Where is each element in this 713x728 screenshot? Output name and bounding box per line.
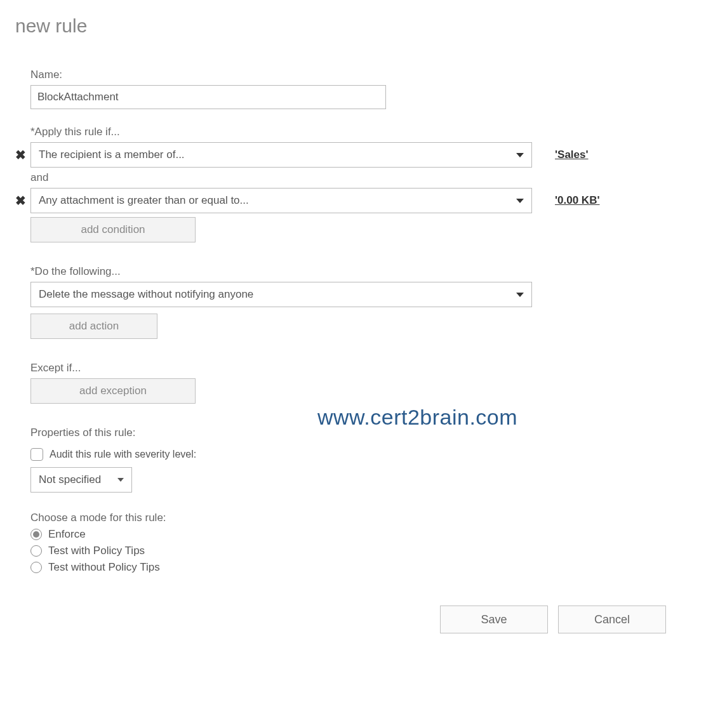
radio-enforce[interactable] (30, 529, 42, 540)
audit-label: Audit this rule with severity level: (50, 449, 196, 460)
except-label: Except if... (30, 362, 698, 374)
apply-label: *Apply this rule if... (30, 126, 698, 138)
and-text: and (30, 171, 698, 184)
condition-row: ✖ Any attachment is greater than or equa… (30, 188, 698, 213)
remove-condition-icon[interactable]: ✖ (15, 147, 30, 162)
action-text: Delete the message without notifying any… (39, 288, 253, 301)
mode-option-label: Test with Policy Tips (48, 545, 145, 557)
chevron-down-icon (516, 293, 524, 297)
condition-dropdown[interactable]: The recipient is a member of... (30, 142, 532, 168)
save-button[interactable]: Save (440, 606, 548, 633)
except-section: Except if... add exception (30, 362, 698, 404)
name-label: Name: (30, 69, 698, 81)
radio-test-no-tips[interactable] (30, 562, 42, 573)
chevron-down-icon (516, 199, 524, 203)
properties-section: Properties of this rule: Audit this rule… (30, 427, 698, 493)
audit-row: Audit this rule with severity level: (30, 448, 698, 461)
condition-dropdown[interactable]: Any attachment is greater than or equal … (30, 188, 532, 213)
properties-label: Properties of this rule: (30, 427, 698, 439)
apply-section: *Apply this rule if... ✖ The recipient i… (30, 126, 698, 242)
name-section: Name: (30, 69, 698, 109)
chevron-down-icon (516, 153, 524, 157)
page-title: new rule (15, 15, 698, 37)
mode-section: Choose a mode for this rule: Enforce Tes… (30, 512, 698, 574)
do-label: *Do the following... (30, 265, 698, 278)
condition-text: Any attachment is greater than or equal … (39, 194, 249, 207)
action-section: *Do the following... Delete the message … (30, 265, 698, 339)
audit-checkbox[interactable] (30, 448, 43, 461)
add-condition-button[interactable]: add condition (30, 217, 196, 242)
severity-dropdown[interactable]: Not specified (30, 467, 132, 493)
mode-label: Choose a mode for this rule: (30, 512, 698, 524)
severity-text: Not specified (39, 473, 101, 486)
condition-value-link[interactable]: 'Sales' (555, 149, 589, 161)
remove-condition-icon[interactable]: ✖ (15, 193, 30, 208)
name-input[interactable] (30, 85, 386, 109)
mode-option-label: Test without Policy Tips (48, 561, 160, 574)
mode-option-label: Enforce (48, 528, 86, 541)
radio-test-tips[interactable] (30, 545, 42, 557)
chevron-down-icon (117, 478, 124, 482)
mode-option[interactable]: Test without Policy Tips (30, 561, 698, 574)
condition-value-link[interactable]: '0.00 KB' (555, 194, 599, 207)
action-dropdown[interactable]: Delete the message without notifying any… (30, 282, 532, 307)
add-exception-button[interactable]: add exception (30, 378, 196, 404)
mode-option[interactable]: Test with Policy Tips (30, 545, 698, 557)
add-action-button[interactable]: add action (30, 314, 157, 339)
condition-text: The recipient is a member of... (39, 149, 185, 161)
cancel-button[interactable]: Cancel (558, 606, 666, 633)
condition-row: ✖ The recipient is a member of... 'Sales… (30, 142, 698, 168)
mode-option[interactable]: Enforce (30, 528, 698, 541)
footer: Save Cancel (15, 606, 698, 633)
